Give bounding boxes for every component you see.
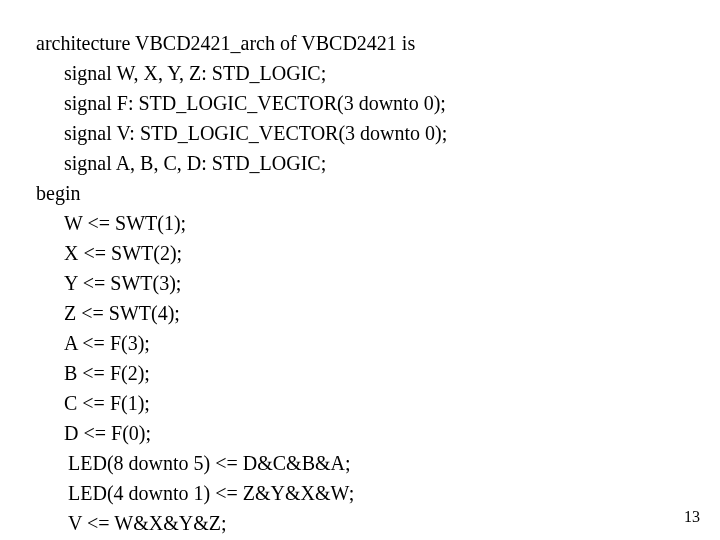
slide-content: architecture VBCD2421_arch of VBCD2421 i… — [0, 0, 720, 538]
code-line-2: signal W, X, Y, Z: STD_LOGIC; — [36, 58, 684, 88]
code-line-15: LED(8 downto 5) <= D&C&B&A; — [36, 448, 684, 478]
page-number: 13 — [684, 508, 700, 526]
code-line-11: A <= F(3); — [36, 328, 684, 358]
code-line-4: signal V: STD_LOGIC_VECTOR(3 downto 0); — [36, 118, 684, 148]
code-line-17: V <= W&X&Y&Z; — [36, 508, 684, 538]
code-line-6: begin — [36, 178, 684, 208]
code-line-5: signal A, B, C, D: STD_LOGIC; — [36, 148, 684, 178]
code-line-1: architecture VBCD2421_arch of VBCD2421 i… — [36, 28, 684, 58]
code-line-12: B <= F(2); — [36, 358, 684, 388]
code-line-8: X <= SWT(2); — [36, 238, 684, 268]
code-line-9: Y <= SWT(3); — [36, 268, 684, 298]
code-line-3: signal F: STD_LOGIC_VECTOR(3 downto 0); — [36, 88, 684, 118]
code-line-16: LED(4 downto 1) <= Z&Y&X&W; — [36, 478, 684, 508]
code-line-13: C <= F(1); — [36, 388, 684, 418]
code-line-10: Z <= SWT(4); — [36, 298, 684, 328]
code-line-7: W <= SWT(1); — [36, 208, 684, 238]
code-line-14: D <= F(0); — [36, 418, 684, 448]
